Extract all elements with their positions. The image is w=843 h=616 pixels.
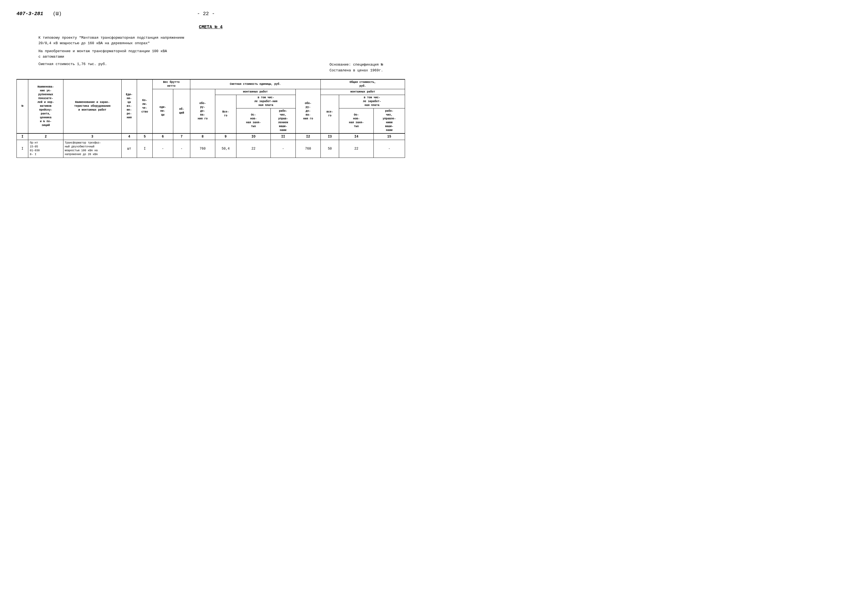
header-col9: Все-го <box>215 95 236 133</box>
header-weight: Вес бруттонетто <box>153 79 190 89</box>
cn-13: I3 <box>320 133 339 140</box>
cn-11: II <box>271 133 296 140</box>
row-section: I <box>17 140 28 158</box>
date-label: Составлена в ценах 1969г. <box>329 68 383 73</box>
cn-9: 9 <box>215 133 236 140</box>
cn-2: 2 <box>28 133 63 140</box>
header-col3: Наименование и харак-теристика оборудова… <box>63 79 121 133</box>
row-col7: - <box>173 140 190 158</box>
main-title: СМЕТА № 4 <box>16 25 405 30</box>
row-col13: 50 <box>320 140 339 158</box>
header-col14: Оо-нов-ная заня-тых <box>339 108 374 133</box>
main-table: № Наименова-ние ук-рупненныхпоказате-лей… <box>16 79 405 158</box>
row-col9: 50,4 <box>215 140 236 158</box>
subtitle-block2: На приобретение и монтаж трансформаторно… <box>38 48 405 59</box>
basis-label: Основание: спецификация № <box>329 62 383 68</box>
row-col10: 22 <box>236 140 271 158</box>
cost-info: Сметная стоимость 1,76 тыс. руб. <box>38 62 107 73</box>
cn-8: 8 <box>190 133 215 140</box>
header-obshchaya: Общая стоимость,руб. <box>320 79 405 89</box>
meta-row: Сметная стоимость 1,76 тыс. руб. Основан… <box>38 62 383 73</box>
header-montazh1: монтажных работ <box>215 89 295 95</box>
header-col7: об-щий <box>173 89 190 133</box>
header-col12: обо-ру-до-ва-ния го <box>296 89 321 133</box>
subtitle-line4: с автоматами <box>38 54 405 60</box>
cost-label: Сметная стоимость 1,76 тыс. руб. <box>38 62 107 66</box>
cn-10: IO <box>236 133 271 140</box>
row-col8: 760 <box>190 140 215 158</box>
cn-12: I2 <box>296 133 321 140</box>
header-col2: Наименова-ние ук-рупненныхпоказате-лей и… <box>28 79 63 133</box>
cn-14: I4 <box>339 133 374 140</box>
header-col4: Еди-ни-цаиз-ме-ре-ния <box>121 79 137 133</box>
title-section: СМЕТА № 4 <box>16 25 405 30</box>
header-col13: все-го <box>320 95 339 133</box>
row-col5: I <box>137 140 153 158</box>
header-zarplata2: в том чис-ле заработ-ная плата <box>339 95 405 108</box>
cn-5: 5 <box>137 133 153 140</box>
header-col10: Ос-нов-ная заня-тых <box>236 108 271 133</box>
header-row-1: № Наименова-ние ук-рупненныхпоказате-лей… <box>17 79 405 89</box>
table-row: I Пр-нт15-0501-0308- I Трансформатор тре… <box>17 140 405 158</box>
header-col6: еди-ни-цы <box>153 89 173 133</box>
row-col11: - <box>271 140 296 158</box>
header-col5: Ко-ли-че-ство <box>137 79 153 133</box>
subtitle-line3: На приобретение и монтаж трансформаторно… <box>38 48 405 54</box>
header-col15: рабо-чих,управле-ниюммаши-нами <box>373 108 405 133</box>
page-header: 407-3-281 (Ш) - 22 - <box>16 11 405 16</box>
cn-1: I <box>17 133 28 140</box>
column-numbers-row: I 2 3 4 5 6 7 8 9 IO II I2 I3 I4 15 <box>17 133 405 140</box>
subtitle-block: К типовому проекту "Мачтовая трансформат… <box>38 35 405 46</box>
cn-15: 15 <box>373 133 405 140</box>
page-number: - 22 - <box>62 11 350 16</box>
doc-number: 407-3-281 <box>16 11 43 16</box>
subtitle-line2: 20/0,4 кВ мощностью до 160 кВА на деревя… <box>38 41 405 46</box>
row-col12: 760 <box>296 140 321 158</box>
cn-7: 7 <box>173 133 190 140</box>
row-col4: шт <box>121 140 137 158</box>
header-smetnaya: Сметная стоимость единицы, руб. <box>190 79 320 89</box>
header-montazh2: монтажных работ <box>320 89 405 95</box>
row-col6: - <box>153 140 173 158</box>
header-col8: обо-ру-до-ва-ния го <box>190 89 215 133</box>
basis-info: Основание: спецификация № Составлена в ц… <box>329 62 383 73</box>
header-col11: рабо-чих,управ-лениеммаши-нами <box>271 108 296 133</box>
row-col15: - <box>373 140 405 158</box>
subtitle-line1: К типовому проекту "Мачтовая трансформат… <box>38 35 405 41</box>
header-col1: № <box>17 79 28 133</box>
row-col2: Пр-нт15-0501-0308- I <box>28 140 63 158</box>
doc-type: (Ш) <box>53 11 62 16</box>
row-col3: Трансформатор трехфаз-ный двухобмоточный… <box>63 140 121 158</box>
row-col14: 22 <box>339 140 374 158</box>
cn-3: 3 <box>63 133 121 140</box>
cn-6: 6 <box>153 133 173 140</box>
header-zarplata1: в том чис-ле заработ-нияная плата <box>236 95 295 108</box>
cn-4: 4 <box>121 133 137 140</box>
